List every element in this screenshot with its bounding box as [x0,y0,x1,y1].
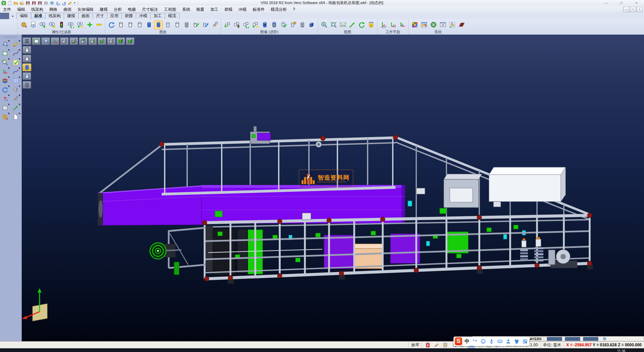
window-settings-icon[interactable] [438,20,447,29]
mode-wireframe-icon[interactable] [22,46,31,54]
zoom-in-icon[interactable] [320,20,328,29]
zoom-extents-icon[interactable] [329,20,338,29]
menu-item[interactable]: 分析 [111,6,125,13]
mesh-mode-icon[interactable] [182,20,191,29]
new-file-icon[interactable] [7,0,12,5]
dock-grip[interactable] [4,37,17,38]
menu-item[interactable]: 视窗 [193,6,207,13]
attributes-palette-icon[interactable] [19,20,28,29]
refresh-graphics-icon[interactable] [107,20,116,29]
menu-item[interactable]: 冲模 [235,6,250,13]
minimize-button[interactable]: — [623,7,629,12]
solid-box-icon[interactable] [307,20,316,29]
undo-icon[interactable] [55,0,60,5]
save-as-icon[interactable] [31,0,36,5]
close-button[interactable]: × [637,7,643,12]
remove-filter-icon[interactable] [95,20,103,29]
sheet-icon[interactable] [11,113,20,121]
zoom-dynamic-icon[interactable] [41,37,50,45]
viewport-3d[interactable]: .b{stroke:#c3cad7}.b2{stroke:#99a1b2}.b3… [22,35,644,341]
ime-account-icon[interactable] [505,339,511,344]
toggle-image-icon[interactable] [251,20,260,29]
selection-options-icon[interactable] [448,20,457,29]
add-image-elements-icon[interactable] [223,20,231,29]
section-view-icon[interactable] [270,20,278,29]
ime-emoji-icon[interactable] [480,339,486,344]
hidden-line-mode-icon[interactable] [126,20,135,29]
image-filter-icon[interactable] [232,20,241,29]
mode-translucent-icon[interactable] [22,72,31,80]
menu-item[interactable]: 电极 [125,6,139,13]
regenerate-icon[interactable] [1,86,9,94]
system-tools-icon[interactable] [429,20,438,29]
menu-item[interactable]: 网格 [46,6,60,13]
ribbon-tab[interactable]: 建模 [64,13,78,19]
menu-item[interactable]: ? [290,6,298,13]
ribbon-tab[interactable]: 线架构 [45,13,64,19]
view-left-icon[interactable] [98,37,106,45]
visi-logo-icon[interactable] [1,0,6,5]
insert-file-icon[interactable] [19,0,24,5]
close-button[interactable]: × [629,0,644,6]
menu-item[interactable]: 塑模 [221,6,235,13]
erase-edit-icon[interactable] [11,40,20,48]
view-front-icon[interactable] [126,37,135,45]
save-all-icon[interactable] [37,0,42,5]
dynamic-render-icon[interactable] [192,20,200,29]
wireframe-mode-icon[interactable] [116,20,125,29]
model-3d-cardboard-packaging-machine[interactable]: .b{stroke:#c3cad7}.b2{stroke:#99a1b2}.b3… [22,35,644,341]
workplane-entity-icon[interactable] [388,20,397,29]
ime-mic-icon[interactable] [489,339,494,344]
view-top-icon[interactable] [79,37,88,45]
selection-wand-icon[interactable] [433,342,440,348]
print-icon[interactable] [43,0,48,5]
paste-clipboard-icon[interactable] [424,342,431,348]
flat-shaded-mode-icon[interactable] [173,20,181,29]
ribbon-tab[interactable]: 加工 [150,13,165,19]
open-file-icon[interactable] [13,0,18,5]
save-icon[interactable] [25,0,30,5]
workplane-icon[interactable] [379,20,388,29]
menu-item[interactable]: 曲面 [60,6,74,13]
view-axonometric-icon[interactable] [60,37,69,45]
view-right-icon[interactable] [88,37,97,45]
validate-solid-icon[interactable] [279,20,288,29]
menu-item[interactable]: 文件 [0,6,14,13]
ime-language-toggle[interactable]: 中 [465,338,470,345]
query-info-icon[interactable] [1,95,9,103]
show-elements-icon[interactable] [38,20,47,29]
ribbon-tab[interactable]: 尺寸 [93,13,107,19]
preview-icon[interactable] [49,0,54,5]
tab-dropdown-button[interactable]: ▼ [9,13,16,19]
shaded-mode-icon[interactable] [145,20,153,29]
move-triad-icon[interactable] [1,68,9,76]
solid-band-view-icon[interactable] [260,20,269,29]
workplane-axes-icon[interactable] [398,20,407,29]
ribbon-tab[interactable]: 标准 [31,13,46,19]
direction-arrow-icon[interactable] [11,104,20,112]
solid-cube-icon[interactable] [11,86,20,94]
color-table-icon[interactable] [410,20,419,29]
maximize-button[interactable]: □ [614,0,629,6]
minimize-button[interactable]: — [599,0,614,6]
view-bottom-icon[interactable] [69,37,78,45]
filter-traffic-icon[interactable] [57,20,66,29]
ribbon-tab[interactable]: 编辑 [16,13,31,19]
sogou-logo-icon[interactable]: S [455,337,462,345]
menu-item[interactable]: 工程图 [161,6,179,13]
mode-shaded-icon[interactable] [22,63,31,71]
ribbon-tab[interactable]: 模流 [165,13,179,19]
ime-keyboard-icon[interactable] [497,339,503,344]
edit-curve-icon[interactable] [11,49,20,57]
tag-solid-icon[interactable] [288,20,297,29]
menu-item[interactable]: 线架构 [28,6,46,13]
ribbon-tab[interactable]: 曲面 [78,13,93,19]
hide-elements-icon[interactable] [48,20,56,29]
axes-view-icon[interactable] [51,37,59,45]
layers-colors-icon[interactable] [1,77,9,85]
palette-icon[interactable] [1,113,9,121]
globe-status-icon[interactable] [602,337,607,341]
shaded-edges-mode-icon[interactable] [154,20,163,29]
mode-mesh-icon[interactable] [22,81,31,89]
render-settings-icon[interactable] [201,20,210,29]
